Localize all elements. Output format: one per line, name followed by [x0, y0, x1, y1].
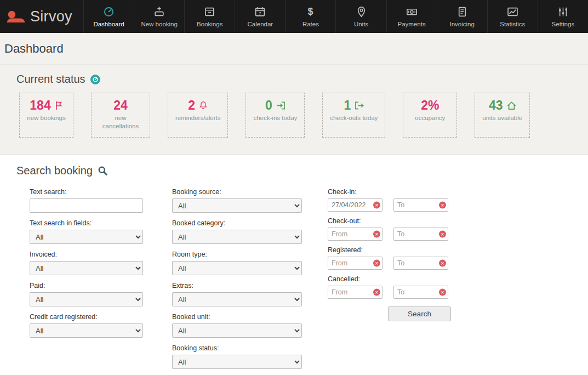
- check-out-to-wrap: ×: [393, 228, 448, 241]
- bell-icon: [199, 101, 208, 110]
- search-button[interactable]: Search: [388, 306, 451, 321]
- nav-item-dashboard[interactable]: Dashboard: [83, 0, 134, 33]
- nav-item-statistics[interactable]: Statistics: [487, 0, 538, 33]
- nav-item-invoicing[interactable]: Invoicing: [437, 0, 487, 33]
- booked-category-field: Booked category: All: [172, 219, 302, 244]
- search-booking-heading-text: Search booking: [16, 164, 93, 177]
- clear-date-icon[interactable]: ×: [439, 202, 446, 209]
- svg-text:7: 7: [259, 11, 261, 16]
- nav-item-label: Units: [354, 21, 368, 27]
- nav-item-settings[interactable]: Settings: [538, 0, 588, 33]
- status-value-text: 24: [113, 98, 128, 112]
- gauge-icon: [90, 75, 100, 84]
- nav-item-new-booking[interactable]: New booking: [134, 0, 184, 33]
- nav-item-rates[interactable]: $ Rates: [285, 0, 335, 33]
- top-navigation: Sirvoy Dashboard New booking Bookings 7: [0, 0, 588, 33]
- search-booking-heading: Search booking: [16, 164, 588, 177]
- invoiced-field: Invoiced: All: [30, 251, 143, 275]
- extras-select[interactable]: All: [172, 292, 302, 306]
- room-type-select[interactable]: All: [172, 261, 302, 275]
- status-card-new-cancellations[interactable]: 24 new cancellations: [91, 93, 150, 138]
- status-card-check-outs-today[interactable]: 1 check-outs today: [322, 93, 385, 138]
- brand-logo[interactable]: Sirvoy: [0, 0, 83, 33]
- text-search-label: Text search:: [30, 188, 143, 196]
- clear-date-icon[interactable]: ×: [439, 231, 446, 238]
- booking-source-select[interactable]: All: [172, 198, 302, 213]
- statistics-icon: [507, 6, 518, 18]
- flag-icon: [55, 101, 63, 110]
- credit-card-registered-select[interactable]: All: [30, 323, 143, 338]
- cancelled-label: Cancelled:: [328, 275, 459, 283]
- nav-item-label: Settings: [552, 21, 575, 27]
- calendar-icon: 7: [254, 6, 266, 18]
- status-value-text: 2%: [421, 98, 439, 112]
- registered-label: Registered:: [328, 246, 459, 254]
- nav-item-label: Rates: [302, 21, 319, 27]
- nav-item-units[interactable]: Units: [335, 0, 386, 33]
- status-card-units-available[interactable]: 43 units available: [475, 93, 530, 138]
- clear-date-icon[interactable]: ×: [373, 231, 380, 238]
- nav-item-label: Dashboard: [93, 21, 124, 27]
- status-label: new cancellations: [99, 114, 142, 130]
- nav-item-bookings[interactable]: Bookings: [184, 0, 235, 33]
- clear-date-icon[interactable]: ×: [439, 260, 446, 267]
- status-value: 2: [188, 98, 208, 112]
- clear-date-icon[interactable]: ×: [439, 289, 446, 296]
- svg-text:$: $: [308, 6, 313, 17]
- check-out-from-wrap: ×: [328, 228, 383, 241]
- nav-item-label: Invoicing: [450, 21, 475, 27]
- search-booking-form: Text search: Text search in fields: All …: [16, 188, 588, 375]
- bookings-icon: [204, 6, 215, 18]
- paid-field: Paid: All: [30, 282, 143, 306]
- clear-date-icon[interactable]: ×: [373, 202, 380, 209]
- status-card-new-bookings[interactable]: 184 new bookings: [19, 93, 73, 138]
- nav-item-label: Payments: [398, 21, 426, 27]
- credit-card-registered-field: Credit card registered: All: [30, 313, 143, 338]
- nav-item-label: Bookings: [197, 21, 222, 27]
- nav-item-label: New booking: [141, 21, 177, 27]
- status-value: 184: [30, 98, 62, 112]
- status-value: 24: [113, 98, 128, 112]
- text-search-fields-select[interactable]: All: [30, 230, 143, 244]
- brand-name: Sirvoy: [30, 8, 72, 25]
- booked-unit-field: Booked unit: All: [172, 313, 302, 338]
- search-form-column-1: Text search: Text search in fields: All …: [30, 188, 143, 375]
- invoiced-label: Invoiced:: [30, 251, 143, 258]
- status-value: 2%: [421, 98, 439, 112]
- status-value-text: 184: [30, 98, 50, 112]
- text-search-field: Text search:: [30, 188, 143, 213]
- credit-card-registered-label: Credit card registered:: [30, 313, 143, 321]
- extras-field: Extras: All: [172, 282, 302, 306]
- status-cards: 184 new bookings 24 new cancellations 2 …: [19, 93, 588, 138]
- status-card-occupancy[interactable]: 2% occupancy: [403, 93, 457, 138]
- page-title: Dashboard: [0, 42, 64, 56]
- clear-date-icon[interactable]: ×: [373, 260, 380, 267]
- check-in-field: Check-in: × ×: [328, 188, 459, 212]
- booked-category-select[interactable]: All: [172, 230, 302, 244]
- status-card-reminders-alerts[interactable]: 2 reminders/alerts: [168, 93, 228, 138]
- booking-status-field: Booking status: All: [172, 344, 302, 369]
- search-form-column-2: Booking source: All Booked category: All…: [172, 188, 302, 375]
- status-value-text: 43: [489, 98, 503, 112]
- dashboard-icon: [103, 6, 115, 18]
- nav-item-payments[interactable]: Payments: [386, 0, 437, 33]
- status-card-check-ins-today[interactable]: 0 check-ins today: [246, 93, 305, 138]
- status-value-text: 0: [265, 98, 272, 112]
- text-search-input[interactable]: [30, 198, 143, 213]
- booked-unit-select[interactable]: All: [172, 323, 302, 338]
- paid-label: Paid:: [30, 282, 143, 289]
- status-label: new bookings: [27, 114, 65, 122]
- search-form-column-3: Check-in: × × Check-out:: [328, 188, 459, 375]
- paid-select[interactable]: All: [30, 292, 143, 306]
- check-out-label: Check-out:: [328, 217, 459, 225]
- booking-status-select[interactable]: All: [172, 355, 302, 369]
- status-label: check-outs today: [330, 114, 378, 122]
- sirvoy-logo-icon: [7, 9, 25, 24]
- clear-date-icon[interactable]: ×: [373, 289, 380, 296]
- invoiced-select[interactable]: All: [30, 261, 143, 275]
- registered-field: Registered: × ×: [328, 246, 459, 270]
- room-type-label: Room type:: [172, 251, 302, 258]
- nav-item-calendar[interactable]: 7 Calendar: [235, 0, 285, 33]
- current-status-heading-text: Current status: [16, 73, 85, 86]
- cancelled-field: Cancelled: × ×: [328, 275, 459, 299]
